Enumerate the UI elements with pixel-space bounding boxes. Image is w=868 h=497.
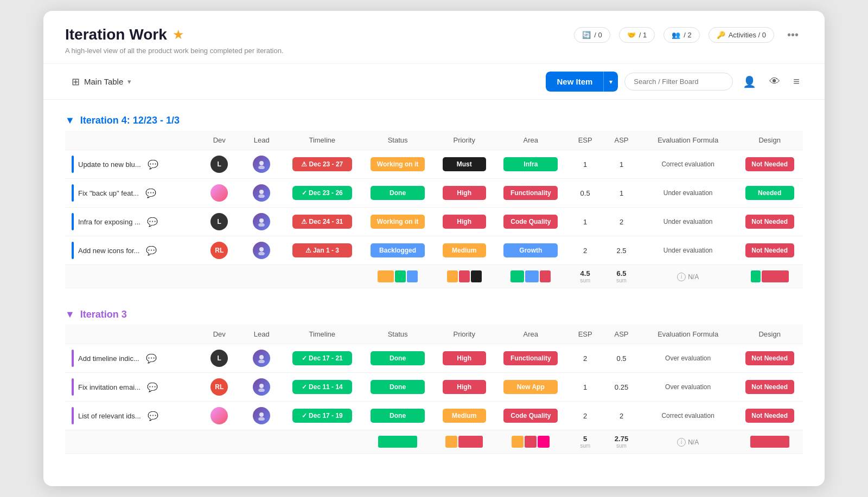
dev-cell: RL [198,236,240,265]
new-item-group: New Item ▾ [546,72,618,92]
lead-cell [240,373,283,402]
priority-badge: High [443,380,486,394]
more-button[interactable]: ••• [783,27,803,43]
item-name-cell: Fix invitation emai... 💬 [65,373,198,402]
avatar: L [210,156,228,173]
color-bar [72,407,74,424]
area-badge: Infra [503,157,558,171]
avatar: RL [210,242,228,259]
iteration-4-section: ▼ Iteration 4: 12/23 - 1/3 Dev Lead Time… [65,111,803,288]
comment-icon[interactable]: 💬 [146,353,157,364]
col-priority: Priority [434,325,494,344]
timeline-badge: ✓ Dec 17 - 19 [292,409,352,423]
priority-cell: High [434,208,494,236]
col-timeline: Timeline [283,131,361,150]
item-name-text: Add new icons for... [78,247,139,255]
col-design: Design [736,131,803,150]
svg-point-10 [259,384,264,388]
status-summary-block [378,436,417,448]
table-selector[interactable]: ⊞ Main Table ▾ [65,73,138,91]
area-badge: Code Quality [503,215,558,229]
comment-icon[interactable]: 💬 [148,159,158,170]
table-row: Infra for exposing ... 💬 L ⚠ Dec 24 - 31… [65,208,803,236]
counter-label-0: / 0 [594,31,602,39]
filter-icon-button[interactable]: ≡ [790,72,803,91]
eval-cell: Correct evaluation [640,150,736,179]
iteration-4-table-wrapper: Dev Lead Timeline Status Priority Area E… [65,131,803,288]
eval-cell: Over evaluation [640,373,736,402]
esp-cell: 2 [567,344,603,373]
counter-btn-1[interactable]: 🤝 / 1 [619,27,655,43]
svg-point-11 [258,389,265,392]
star-icon[interactable]: ★ [173,27,184,42]
svg-point-2 [259,190,264,194]
new-item-dropdown-button[interactable]: ▾ [603,72,618,92]
area-cell: New App [494,373,567,402]
comment-icon[interactable]: 💬 [145,188,156,198]
avatar: L [210,350,228,367]
item-name-cell: Add new icons for... 💬 [65,236,198,265]
design-cell: Not Needed [736,373,803,402]
esp-cell: 2 [567,236,603,265]
counter-label-2: / 2 [684,31,691,39]
svg-point-4 [259,218,264,223]
area-cell: Growth [494,236,567,265]
asp-cell: 1 [603,179,640,208]
comment-icon[interactable]: 💬 [148,411,158,421]
comment-icon[interactable]: 💬 [147,382,158,392]
dev-cell: L [198,208,240,236]
svg-point-7 [258,252,265,256]
priority-cell: Must [434,150,494,179]
area-cell: Code Quality [494,402,567,430]
summary-asp: 2.75 sum [603,430,640,454]
timeline-cell: ⚠ Jan 1 - 3 [283,236,361,265]
iteration-3-header-row: Dev Lead Timeline Status Priority Area E… [65,325,803,344]
timeline-cell: ✓ Dec 17 - 21 [283,344,361,373]
eye-icon-button[interactable]: 👁 [766,72,783,91]
counter-btn-2[interactable]: 👥 / 2 [663,27,699,43]
design-cell: Not Needed [736,236,803,265]
item-name-cell: List of relevant ids... 💬 [65,402,198,430]
iteration-4-toggle[interactable]: ▼ [65,115,75,126]
comment-icon[interactable]: 💬 [147,217,158,227]
iteration-3-toggle[interactable]: ▼ [65,309,75,320]
area-badge: Functionality [503,186,558,200]
counter-icon-2: 👥 [672,31,680,39]
status-badge: Backlogged [371,243,425,257]
status-cell: Done [361,373,434,402]
col-status: Status [361,131,434,150]
comment-icon[interactable]: 💬 [146,246,157,256]
counter-btn-0[interactable]: 🔄 / 0 [574,27,610,43]
col-eval: Evaluation Formula [640,325,736,344]
priority-cell: Medium [434,402,494,430]
col-esp: ESP [567,131,603,150]
search-input[interactable] [624,73,733,91]
table-row: Add new icons for... 💬 RL ⚠ Jan 1 - 3 Ba… [65,236,803,265]
status-cell: Working on it [361,208,434,236]
summary-name [65,265,198,288]
summary-design [736,430,803,454]
area-summary-block [538,436,550,448]
avatar [210,407,228,424]
activities-btn[interactable]: 🔑 Activities / 0 [709,27,774,43]
svg-point-12 [259,412,264,417]
activities-label: Activities / 0 [729,31,766,39]
eval-cell: Under evaluation [640,208,736,236]
timeline-cell: ⚠ Dec 23 - 27 [283,150,361,179]
table-row: Fix invitation emai... 💬 RL ✓ Dec 11 - 1… [65,373,803,402]
new-item-button[interactable]: New Item [546,72,603,92]
title-row: Iteration Work ★ [65,26,184,43]
timeline-cell: ✓ Dec 11 - 14 [283,373,361,402]
iteration-4-table: Dev Lead Timeline Status Priority Area E… [65,131,803,288]
col-lead: Lead [240,325,283,344]
user-icon-button[interactable]: 👤 [739,72,760,92]
col-lead: Lead [240,131,283,150]
col-priority: Priority [434,131,494,150]
summary-eval: i N/A [640,430,736,454]
summary-asp: 6.5 sum [603,265,640,288]
priority-badge: Medium [443,243,486,257]
dev-cell: L [198,344,240,373]
col-esp: ESP [567,325,603,344]
item-name-cell: Add timeline indic... 💬 [65,344,198,373]
lead-cell [240,344,283,373]
